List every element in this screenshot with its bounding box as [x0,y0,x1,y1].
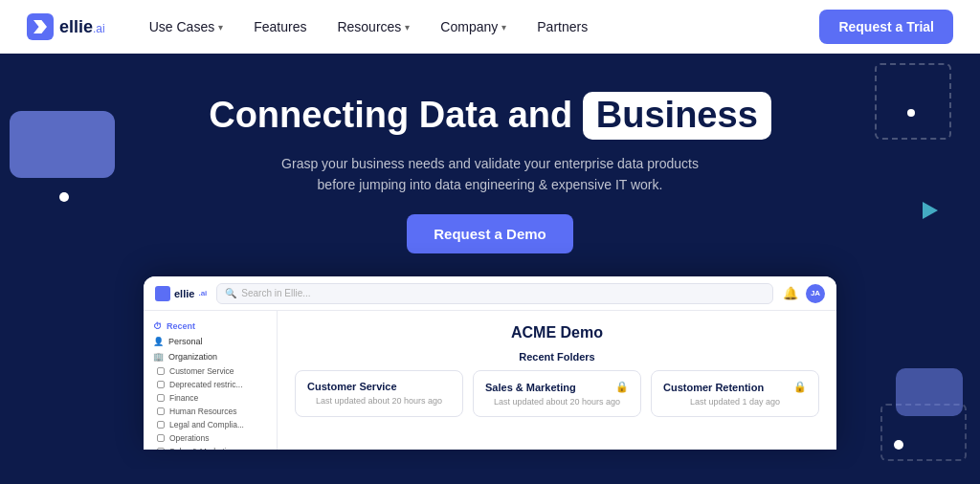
sidebar-subitem-operations[interactable]: Operations [144,431,277,445]
app-logo-icon-small [155,286,170,301]
app-nav: ellie.ai 🔍 Search in Ellie... 🔔 JA [144,276,836,311]
chevron-down-icon: ▾ [501,22,506,33]
chevron-down-icon: ▾ [218,22,223,33]
sidebar-item-recent[interactable]: ⏱ Recent [144,319,277,334]
lock-icon: 🔒 [615,381,629,393]
avatar: JA [806,284,825,303]
deco-dot-right-top [907,109,915,117]
nav-partners[interactable]: Partners [537,19,588,34]
nav-resources[interactable]: Resources ▾ [337,19,410,34]
folder-name: Customer Retention [663,382,764,393]
checkbox-icon [157,421,165,429]
app-search[interactable]: 🔍 Search in Ellie... [216,283,773,304]
nav-links: Use Cases ▾ Features Resources ▾ Company… [149,19,786,34]
checkbox-icon [157,434,165,442]
sidebar-subitem-finance[interactable]: Finance [144,391,277,405]
deco-box-bottom-right [896,368,963,416]
hero-section: Connecting Data and Business Grasp your … [0,54,980,469]
logo-icon [27,13,54,40]
folder-meta: Last updated about 20 hours ago [485,397,629,407]
hero-title-highlight: Business [583,92,771,140]
folder-name: Customer Service [307,381,397,392]
main-nav: ellie.ai Use Cases ▾ Features Resources … [0,0,980,54]
app-sidebar: ⏱ Recent 👤 Personal 🏢 Organization Custo… [144,311,278,450]
checkbox-icon [157,367,165,375]
sidebar-subitem-customer-service[interactable]: Customer Service [144,364,277,378]
checkbox-icon [157,381,165,388]
checkbox-icon [157,407,165,415]
logo: ellie.ai [27,13,105,40]
deco-arrow-right [923,202,938,219]
org-icon: 🏢 [153,352,164,362]
app-main-title: ACME Demo [295,324,819,341]
sidebar-subitem-deprecated[interactable]: Deprecated restric... [144,378,277,391]
app-main: ACME Demo Recent Folders Customer Servic… [278,311,836,450]
app-preview: ellie.ai 🔍 Search in Ellie... 🔔 JA ⏱ Rec… [144,276,836,450]
nav-company[interactable]: Company ▾ [440,19,506,34]
nav-use-cases[interactable]: Use Cases ▾ [149,19,223,34]
bell-icon[interactable]: 🔔 [783,286,798,300]
app-nav-icons: 🔔 JA [783,284,825,303]
sidebar-item-organization[interactable]: 🏢 Organization [144,349,277,364]
checkbox-icon [157,448,165,450]
folder-meta: Last updated about 20 hours ago [307,396,451,406]
sidebar-subitem-hr[interactable]: Human Resources [144,405,277,418]
request-trial-button[interactable]: Request a Trial [819,10,953,44]
deco-rect-left [10,111,115,178]
folder-card-sales-marketing[interactable]: Sales & Marketing 🔒 Last updated about 2… [473,370,641,417]
app-body: ⏱ Recent 👤 Personal 🏢 Organization Custo… [144,311,836,450]
folder-card-customer-retention[interactable]: Customer Retention 🔒 Last updated 1 day … [651,370,819,417]
sidebar-item-personal[interactable]: 👤 Personal [144,334,277,349]
sidebar-subitem-sales[interactable]: Sales & Marketing [144,445,277,450]
deco-dot-left [59,192,69,202]
folder-card-customer-service[interactable]: Customer Service Last updated about 20 h… [295,370,463,417]
search-icon: 🔍 [225,288,236,298]
sidebar-subitem-legal[interactable]: Legal and Complia... [144,418,277,431]
folder-meta: Last updated 1 day ago [663,397,807,407]
request-demo-button[interactable]: Request a Demo [407,214,573,253]
checkbox-icon [157,394,165,402]
folders-grid: Customer Service Last updated about 20 h… [295,370,819,417]
clock-icon: ⏱ [153,321,162,331]
chevron-down-icon: ▾ [405,22,410,33]
hero-title: Connecting Data and Business [19,92,961,140]
folder-name: Sales & Marketing [485,382,576,393]
hero-subtitle: Grasp your business needs and validate y… [279,153,701,196]
recent-folders-label: Recent Folders [295,351,819,363]
lock-icon: 🔒 [793,381,807,393]
logo-text: ellie.ai [59,17,105,37]
deco-corner-top-right [875,63,951,140]
app-logo-small: ellie.ai [155,286,207,301]
person-icon: 👤 [153,337,164,346]
nav-features[interactable]: Features [254,19,306,34]
